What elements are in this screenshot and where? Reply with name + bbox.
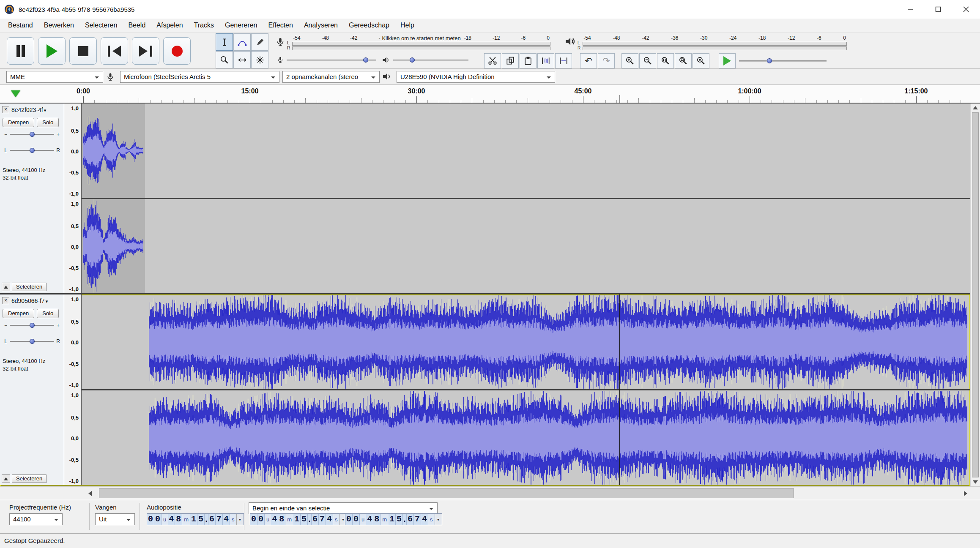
track-waveform-area[interactable] (82, 294, 970, 485)
play-at-speed-button[interactable] (719, 53, 736, 68)
menu-selecteren[interactable]: Selecteren (79, 19, 123, 33)
playback-meter[interactable]: L R -54-48-42-36-30-24-18-12-60 (564, 35, 847, 51)
audio-position-display[interactable]: 00u48m15.674s (147, 513, 244, 525)
minimize-button[interactable] (896, 0, 924, 19)
recording-device-select[interactable]: Microfoon (SteelSeries Arctis 5 (120, 71, 279, 83)
skip-to-start-button[interactable] (101, 37, 128, 65)
recording-meter[interactable]: L R -54-48-42-36-30-24-18-12-60 Klikken … (276, 35, 550, 51)
track-waveform-area[interactable] (82, 104, 970, 293)
play-button[interactable] (38, 37, 66, 65)
record-button[interactable] (163, 37, 191, 65)
menu-genereren[interactable]: Genereren (219, 19, 263, 33)
track-select-button[interactable]: Selecteren (12, 283, 47, 291)
project-rate-select[interactable]: 44100 (9, 513, 63, 525)
selection-start-display[interactable]: 00u48m15.674s (250, 513, 347, 525)
selection-tool-button[interactable] (216, 33, 233, 51)
playback-volume-slider[interactable] (393, 57, 468, 63)
pan-slider-thumb[interactable] (30, 148, 35, 153)
multi-tool-button[interactable] (251, 51, 268, 68)
close-button[interactable] (952, 0, 980, 19)
menu-bewerken[interactable]: Bewerken (38, 19, 79, 33)
track-collapse-button[interactable] (2, 474, 10, 483)
menu-beeld[interactable]: Beeld (123, 19, 151, 33)
solo-button[interactable]: Solo (37, 118, 59, 127)
time-digit: 1 (389, 514, 396, 525)
zoom-toggle-button[interactable] (693, 53, 709, 68)
slider-thumb[interactable] (767, 58, 772, 63)
silence-audio-button[interactable] (555, 53, 572, 68)
zoom-in-button[interactable] (621, 53, 638, 68)
maximize-button[interactable] (924, 0, 952, 19)
gain-slider[interactable] (10, 322, 54, 329)
waveform-channel-right[interactable] (83, 199, 143, 293)
amplitude-ruler[interactable]: 1,00,50,0-0,5-1,0 1,00,50,0-0,5-1,0 (64, 104, 82, 293)
menu-tracks[interactable]: Tracks (189, 19, 219, 33)
scroll-up-button[interactable] (971, 104, 980, 112)
snap-to-select[interactable]: Uit (95, 513, 135, 525)
solo-button[interactable]: Solo (37, 309, 59, 318)
gain-slider-thumb[interactable] (30, 132, 35, 137)
pause-button[interactable] (7, 37, 34, 65)
time-decimal: . (308, 514, 312, 525)
pan-slider[interactable] (10, 338, 54, 345)
menu-gereedschap[interactable]: Gereedschap (343, 19, 395, 33)
horizontal-scrollbar[interactable] (0, 486, 980, 500)
skip-to-end-button[interactable] (132, 37, 159, 65)
pan-slider-thumb[interactable] (30, 339, 35, 344)
horizontal-scrollbar-thumb[interactable] (99, 488, 794, 498)
menu-bestand[interactable]: Bestand (3, 19, 38, 33)
waveform-channel-left[interactable] (83, 104, 143, 198)
recording-volume-slider[interactable] (287, 57, 376, 63)
undo-button[interactable]: ↶ (580, 53, 597, 68)
track-name-menu[interactable]: 8e42f023-4f (11, 106, 63, 114)
vertical-scrollbar[interactable] (970, 104, 980, 486)
audio-host-select[interactable]: MME (6, 71, 103, 83)
copy-button[interactable] (502, 53, 519, 68)
zoom-out-button[interactable] (639, 53, 656, 68)
zoom-tool-button[interactable] (216, 51, 233, 68)
gain-slider-thumb[interactable] (30, 323, 35, 328)
recording-channels-select[interactable]: 2 opnamekanalen (stereo (282, 71, 380, 83)
paste-button[interactable] (520, 53, 537, 68)
menu-afspelen[interactable]: Afspelen (151, 19, 188, 33)
zoom-project-button[interactable] (675, 53, 692, 68)
pan-slider[interactable] (10, 147, 54, 154)
track-name-menu[interactable]: 6d905066-f7 (11, 297, 63, 305)
track-close-button[interactable] (2, 297, 9, 304)
amplitude-ruler[interactable]: 1,00,50,0-0,5-1,0 1,00,50,0-0,5-1,0 (64, 294, 82, 485)
menu-effecten[interactable]: Effecten (263, 19, 298, 33)
slider-thumb[interactable] (363, 57, 368, 63)
time-format-dropdown-arrow[interactable] (435, 514, 442, 525)
pinned-playhead-icon[interactable] (11, 90, 20, 97)
draw-tool-button[interactable] (251, 33, 268, 51)
play-speed-slider[interactable] (739, 57, 827, 64)
track-select-button[interactable]: Selecteren (12, 474, 47, 483)
scroll-down-button[interactable] (971, 478, 980, 486)
menu-help[interactable]: Help (395, 19, 420, 33)
mute-button[interactable]: Dempen (3, 118, 34, 127)
gain-slider[interactable] (10, 131, 54, 138)
slider-thumb[interactable] (410, 57, 415, 63)
mute-button[interactable]: Dempen (3, 309, 34, 318)
envelope-tool-button[interactable] (233, 33, 251, 51)
scroll-right-button[interactable] (961, 487, 970, 500)
cut-button[interactable] (484, 53, 501, 68)
vertical-scrollbar-thumb[interactable] (972, 112, 979, 477)
zoom-selection-button[interactable] (657, 53, 674, 68)
waveform-channel-left[interactable] (149, 294, 967, 389)
menu-analyseren[interactable]: Analyseren (298, 19, 343, 33)
selection-mode-select[interactable]: Begin en einde van selectie (249, 502, 438, 514)
stop-button[interactable] (69, 37, 97, 65)
time-unit: m (182, 514, 190, 525)
timeline-ruler[interactable]: 0:0015:0030:0045:001:00:001:15:00 (0, 85, 980, 104)
trim-audio-button[interactable] (537, 53, 554, 68)
track-collapse-button[interactable] (2, 283, 10, 291)
selection-end-display[interactable]: 00u48m15.674s (345, 513, 442, 525)
redo-button[interactable]: ↷ (598, 53, 615, 68)
timeshift-tool-button[interactable] (233, 51, 251, 68)
playback-device-select[interactable]: U28E590 (NVIDIA High Definition (397, 71, 555, 83)
scroll-left-button[interactable] (85, 487, 95, 500)
track-close-button[interactable] (2, 106, 9, 113)
time-format-dropdown-arrow[interactable] (236, 514, 244, 525)
waveform-channel-right[interactable] (149, 390, 967, 485)
